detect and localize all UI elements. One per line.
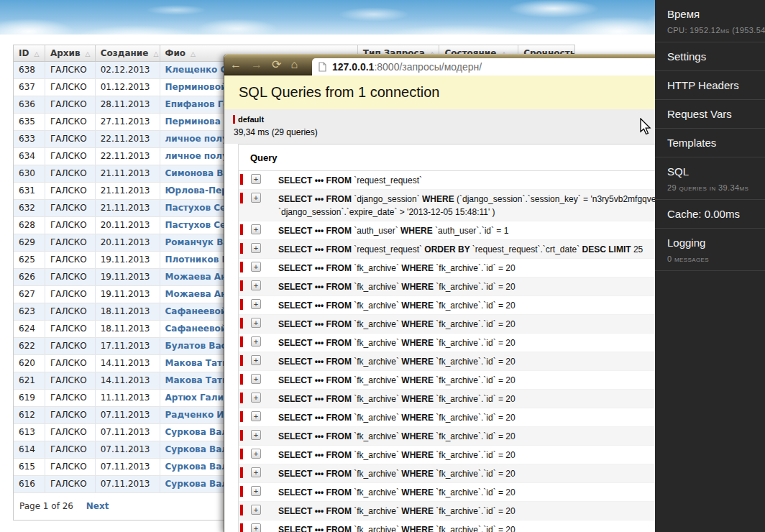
expand-query-button[interactable]: + (251, 523, 261, 532)
table-cell: 14.11.2013 (96, 355, 160, 372)
toolbar-item-templates[interactable]: Templates (655, 129, 765, 157)
table-cell: ГАЛСКО (45, 459, 96, 475)
toolbar-item-settings[interactable]: Settings (655, 42, 765, 71)
sql-panel-title: SQL Queries from 1 connection (239, 84, 439, 101)
expand-query-button[interactable]: + (251, 224, 261, 234)
expand-query-button[interactable]: + (251, 299, 261, 309)
sort-icon: △ (191, 50, 196, 58)
table-cell: 17.11.2013 (96, 338, 160, 354)
next-page-link[interactable]: Next (86, 501, 109, 511)
table-cell: 630 (14, 165, 45, 182)
toolbar-item-label: Request Vars (667, 107, 761, 121)
expand-query-button[interactable]: + (251, 393, 261, 403)
expand-query-button[interactable]: + (251, 355, 261, 365)
toolbar-item-sql[interactable]: SQL29 queries in 39.34ms (655, 157, 765, 200)
query-sql-text: SELECT ••• FROM `fk_archive` WHERE `fk_a… (278, 357, 516, 367)
query-time-bar (240, 486, 243, 497)
table-cell: 615 (14, 459, 45, 475)
query-time-bar (240, 243, 243, 254)
table-cell: 637 (14, 79, 45, 96)
forward-button-icon[interactable]: → (251, 59, 262, 70)
query-time-bar (240, 523, 243, 532)
query-time-bar (240, 318, 243, 329)
toolbar-item-label: Templates (667, 136, 761, 150)
table-cell: ГАЛСКО (45, 252, 96, 268)
query-time-bar (240, 262, 243, 272)
table-cell: ГАЛСКО (45, 165, 96, 182)
table-cell: ГАЛСКО (45, 217, 96, 234)
query-sql-text: SELECT ••• FROM `fk_archive` WHERE `fk_a… (278, 413, 516, 423)
sort-icon: △ (34, 50, 39, 58)
reload-button-icon[interactable]: ⟳ (272, 59, 281, 70)
query-time-bar (240, 336, 243, 347)
home-button-icon[interactable]: ⌂ (290, 59, 298, 70)
expand-query-button[interactable]: + (251, 411, 261, 421)
toolbar-item-http-headers[interactable]: HTTP Headers (655, 71, 765, 100)
query-time-bar (240, 224, 243, 235)
table-cell: 638 (14, 62, 45, 78)
table-cell: 612 (14, 407, 45, 423)
table-cell: 614 (14, 441, 45, 458)
expand-query-button[interactable]: + (251, 262, 261, 272)
table-cell: ГАЛСКО (45, 79, 96, 96)
toolbar-item-label: Время (667, 7, 761, 22)
expand-query-button[interactable]: + (251, 486, 261, 496)
table-cell: ГАЛСКО (45, 200, 96, 216)
query-sql-text: SELECT ••• FROM `fk_archive` WHERE `fk_a… (278, 263, 516, 273)
table-cell: 22.11.2013 (96, 148, 160, 165)
expand-query-button[interactable]: + (251, 467, 261, 477)
debug-toolbar-sidebar: ВремяCPU: 1952.12ms (1953.54SettingsHTTP… (655, 0, 765, 532)
table-cell: ГАЛСКО (45, 338, 96, 354)
table-cell: ГАЛСКО (45, 390, 96, 406)
toolbar-item-logging[interactable]: Logging0 messages (655, 229, 765, 271)
back-button-icon[interactable]: ← (230, 59, 242, 70)
table-cell: 27.11.2013 (96, 114, 160, 130)
expand-query-button[interactable]: + (251, 430, 261, 440)
url-text: 127.0.0.1:8000/запросы/модерн/ (332, 61, 482, 73)
column-header-1[interactable]: Архив△ (45, 45, 96, 61)
table-cell: ГАЛСКО (45, 183, 96, 199)
expand-query-button[interactable]: + (251, 449, 261, 459)
query-time-bar (240, 193, 243, 203)
table-cell: 619 (14, 390, 45, 406)
expand-query-button[interactable]: + (251, 505, 261, 515)
expand-query-button[interactable]: + (251, 318, 261, 328)
toolbar-item-время[interactable]: ВремяCPU: 1952.12ms (1953.54 (655, 0, 765, 42)
expand-query-button[interactable]: + (251, 374, 261, 384)
table-cell: 18.11.2013 (96, 303, 160, 320)
expand-query-button[interactable]: + (251, 243, 261, 253)
column-header-0[interactable]: ID△ (14, 45, 45, 61)
table-cell: ГАЛСКО (45, 372, 96, 389)
expand-query-button[interactable]: + (251, 280, 261, 290)
table-cell: ГАЛСКО (45, 114, 96, 130)
table-cell: 631 (14, 183, 45, 199)
table-cell: ГАЛСКО (45, 96, 96, 113)
query-sql-text: SELECT ••• FROM `fk_archive` WHERE `fk_a… (278, 487, 516, 497)
table-cell: 21.11.2013 (96, 183, 160, 199)
expand-query-button[interactable]: + (251, 193, 261, 203)
query-sql-text: SELECT ••• FROM `fk_archive` WHERE `fk_a… (278, 301, 516, 311)
page-indicator: Page 1 of 26 (19, 501, 73, 511)
connection-color-bar (233, 115, 235, 124)
table-cell: 11.11.2013 (96, 390, 160, 406)
table-cell: 620 (14, 355, 45, 372)
table-cell: 635 (14, 114, 45, 130)
table-cell: ГАЛСКО (45, 303, 96, 320)
toolbar-item-cache-0-00ms[interactable]: Cache: 0.00ms (655, 200, 765, 229)
query-time-bar (240, 467, 243, 478)
table-cell: ГАЛСКО (45, 321, 96, 337)
toolbar-item-request-vars[interactable]: Request Vars (655, 100, 765, 129)
expand-query-button[interactable]: + (251, 336, 261, 347)
table-cell: ГАЛСКО (45, 424, 96, 441)
query-time-bar (240, 355, 243, 366)
table-cell: 628 (14, 217, 45, 234)
table-cell: ГАЛСКО (45, 234, 96, 251)
connection-name: default (238, 115, 264, 124)
table-cell: 07.11.2013 (96, 424, 160, 441)
table-cell: 616 (14, 476, 45, 492)
table-cell: ГАЛСКО (45, 286, 96, 303)
expand-query-button[interactable]: + (251, 174, 261, 184)
query-sql-text: SELECT ••• FROM `fk_archive` WHERE `fk_a… (278, 431, 516, 441)
column-header-2[interactable]: Создание△ (96, 45, 160, 61)
query-sql-text: SELECT ••• FROM `fk_archive` WHERE `fk_a… (278, 375, 516, 385)
